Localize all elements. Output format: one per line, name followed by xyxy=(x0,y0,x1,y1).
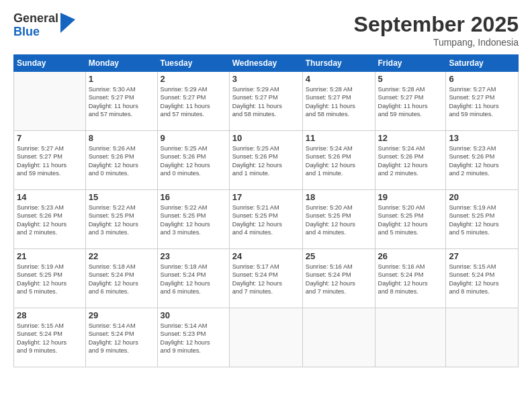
day-info: Sunrise: 5:27 AM Sunset: 5:27 PM Dayligh… xyxy=(17,144,83,178)
logo-general: General xyxy=(13,12,58,26)
day-info: Sunrise: 5:22 AM Sunset: 5:25 PM Dayligh… xyxy=(89,203,154,237)
day-info: Sunrise: 5:15 AM Sunset: 5:24 PM Dayligh… xyxy=(449,263,515,296)
day-cell-15: 15Sunrise: 5:22 AM Sunset: 5:25 PM Dayli… xyxy=(85,190,157,249)
day-number: 8 xyxy=(89,133,154,143)
day-cell-25: 25Sunrise: 5:16 AM Sunset: 5:24 PM Dayli… xyxy=(302,249,375,308)
week-row-3: 14Sunrise: 5:23 AM Sunset: 5:26 PM Dayli… xyxy=(14,190,519,249)
day-cell-18: 18Sunrise: 5:20 AM Sunset: 5:25 PM Dayli… xyxy=(302,190,375,249)
day-cell-26: 26Sunrise: 5:16 AM Sunset: 5:24 PM Dayli… xyxy=(375,249,446,308)
day-cell-19: 19Sunrise: 5:20 AM Sunset: 5:25 PM Dayli… xyxy=(375,190,446,249)
empty-cell xyxy=(229,308,302,367)
day-number: 25 xyxy=(306,251,372,261)
day-cell-9: 9Sunrise: 5:25 AM Sunset: 5:26 PM Daylig… xyxy=(157,131,229,190)
calendar-header-tuesday: Tuesday xyxy=(157,55,229,72)
day-cell-22: 22Sunrise: 5:18 AM Sunset: 5:24 PM Dayli… xyxy=(85,249,157,308)
calendar-header-friday: Friday xyxy=(375,55,446,72)
day-cell-27: 27Sunrise: 5:15 AM Sunset: 5:24 PM Dayli… xyxy=(446,249,519,308)
day-number: 2 xyxy=(161,74,226,84)
day-info: Sunrise: 5:21 AM Sunset: 5:25 PM Dayligh… xyxy=(232,203,300,237)
day-info: Sunrise: 5:22 AM Sunset: 5:25 PM Dayligh… xyxy=(161,203,226,237)
day-number: 4 xyxy=(306,74,372,84)
logo-blue: Blue xyxy=(13,26,58,39)
day-cell-7: 7Sunrise: 5:27 AM Sunset: 5:27 PM Daylig… xyxy=(14,131,86,190)
day-info: Sunrise: 5:19 AM Sunset: 5:25 PM Dayligh… xyxy=(449,203,515,237)
day-number: 10 xyxy=(232,133,300,143)
day-cell-17: 17Sunrise: 5:21 AM Sunset: 5:25 PM Dayli… xyxy=(229,190,302,249)
empty-cell xyxy=(302,308,375,367)
day-info: Sunrise: 5:24 AM Sunset: 5:26 PM Dayligh… xyxy=(306,144,372,178)
day-info: Sunrise: 5:27 AM Sunset: 5:27 PM Dayligh… xyxy=(449,85,515,119)
day-number: 20 xyxy=(449,192,515,202)
day-info: Sunrise: 5:25 AM Sunset: 5:26 PM Dayligh… xyxy=(161,144,226,178)
calendar-header-thursday: Thursday xyxy=(302,55,375,72)
day-number: 21 xyxy=(17,251,83,261)
day-info: Sunrise: 5:18 AM Sunset: 5:24 PM Dayligh… xyxy=(89,263,154,296)
day-info: Sunrise: 5:14 AM Sunset: 5:24 PM Dayligh… xyxy=(89,322,154,355)
empty-cell xyxy=(14,72,86,131)
day-cell-24: 24Sunrise: 5:17 AM Sunset: 5:24 PM Dayli… xyxy=(229,249,302,308)
day-number: 22 xyxy=(89,251,154,261)
day-info: Sunrise: 5:25 AM Sunset: 5:26 PM Dayligh… xyxy=(232,144,300,178)
day-cell-8: 8Sunrise: 5:26 AM Sunset: 5:26 PM Daylig… xyxy=(85,131,157,190)
week-row-1: 1Sunrise: 5:30 AM Sunset: 5:27 PM Daylig… xyxy=(14,72,519,131)
day-number: 29 xyxy=(89,310,154,320)
day-info: Sunrise: 5:30 AM Sunset: 5:27 PM Dayligh… xyxy=(89,85,154,119)
logo-icon xyxy=(60,13,75,33)
calendar-header-wednesday: Wednesday xyxy=(229,55,302,72)
day-cell-16: 16Sunrise: 5:22 AM Sunset: 5:25 PM Dayli… xyxy=(157,190,229,249)
day-cell-13: 13Sunrise: 5:23 AM Sunset: 5:26 PM Dayli… xyxy=(446,131,519,190)
day-info: Sunrise: 5:29 AM Sunset: 5:27 PM Dayligh… xyxy=(232,85,300,119)
day-cell-12: 12Sunrise: 5:24 AM Sunset: 5:26 PM Dayli… xyxy=(375,131,446,190)
calendar: SundayMondayTuesdayWednesdayThursdayFrid… xyxy=(13,54,519,367)
day-cell-6: 6Sunrise: 5:27 AM Sunset: 5:27 PM Daylig… xyxy=(446,72,519,131)
day-number: 13 xyxy=(449,133,515,143)
day-info: Sunrise: 5:28 AM Sunset: 5:27 PM Dayligh… xyxy=(306,85,372,119)
header: General Blue September 2025 Tumpang, Ind… xyxy=(13,12,519,48)
day-info: Sunrise: 5:20 AM Sunset: 5:25 PM Dayligh… xyxy=(306,203,372,237)
day-number: 3 xyxy=(232,74,300,84)
day-cell-21: 21Sunrise: 5:19 AM Sunset: 5:25 PM Dayli… xyxy=(14,249,86,308)
week-row-5: 28Sunrise: 5:15 AM Sunset: 5:24 PM Dayli… xyxy=(14,308,519,367)
day-number: 30 xyxy=(161,310,226,320)
day-info: Sunrise: 5:24 AM Sunset: 5:26 PM Dayligh… xyxy=(378,144,443,178)
day-info: Sunrise: 5:23 AM Sunset: 5:26 PM Dayligh… xyxy=(17,203,83,237)
day-cell-14: 14Sunrise: 5:23 AM Sunset: 5:26 PM Dayli… xyxy=(14,190,86,249)
logo: General Blue xyxy=(13,12,75,39)
day-number: 9 xyxy=(161,133,226,143)
day-cell-2: 2Sunrise: 5:29 AM Sunset: 5:27 PM Daylig… xyxy=(157,72,229,131)
day-number: 17 xyxy=(232,192,300,202)
day-number: 19 xyxy=(378,192,443,202)
calendar-header-row: SundayMondayTuesdayWednesdayThursdayFrid… xyxy=(14,55,519,72)
day-info: Sunrise: 5:17 AM Sunset: 5:24 PM Dayligh… xyxy=(232,263,300,296)
day-cell-3: 3Sunrise: 5:29 AM Sunset: 5:27 PM Daylig… xyxy=(229,72,302,131)
svg-marker-0 xyxy=(60,13,75,33)
day-info: Sunrise: 5:26 AM Sunset: 5:26 PM Dayligh… xyxy=(89,144,154,178)
day-number: 23 xyxy=(161,251,226,261)
day-number: 5 xyxy=(378,74,443,84)
day-number: 12 xyxy=(378,133,443,143)
day-cell-11: 11Sunrise: 5:24 AM Sunset: 5:26 PM Dayli… xyxy=(302,131,375,190)
empty-cell xyxy=(446,308,519,367)
day-info: Sunrise: 5:16 AM Sunset: 5:24 PM Dayligh… xyxy=(306,263,372,296)
day-number: 26 xyxy=(378,251,443,261)
day-info: Sunrise: 5:28 AM Sunset: 5:27 PM Dayligh… xyxy=(378,85,443,119)
day-cell-1: 1Sunrise: 5:30 AM Sunset: 5:27 PM Daylig… xyxy=(85,72,157,131)
day-number: 14 xyxy=(17,192,83,202)
location: Tumpang, Indonesia xyxy=(354,37,519,48)
month-title: September 2025 xyxy=(354,12,519,37)
day-info: Sunrise: 5:20 AM Sunset: 5:25 PM Dayligh… xyxy=(378,203,443,237)
day-cell-30: 30Sunrise: 5:14 AM Sunset: 5:23 PM Dayli… xyxy=(157,308,229,367)
day-info: Sunrise: 5:14 AM Sunset: 5:23 PM Dayligh… xyxy=(161,322,226,355)
day-cell-5: 5Sunrise: 5:28 AM Sunset: 5:27 PM Daylig… xyxy=(375,72,446,131)
day-number: 24 xyxy=(232,251,300,261)
day-number: 18 xyxy=(306,192,372,202)
day-number: 6 xyxy=(449,74,515,84)
day-info: Sunrise: 5:15 AM Sunset: 5:24 PM Dayligh… xyxy=(17,322,83,355)
day-cell-29: 29Sunrise: 5:14 AM Sunset: 5:24 PM Dayli… xyxy=(85,308,157,367)
day-info: Sunrise: 5:29 AM Sunset: 5:27 PM Dayligh… xyxy=(161,85,226,119)
title-section: September 2025 Tumpang, Indonesia xyxy=(354,12,519,48)
day-number: 28 xyxy=(17,310,83,320)
day-info: Sunrise: 5:19 AM Sunset: 5:25 PM Dayligh… xyxy=(17,263,83,296)
week-row-4: 21Sunrise: 5:19 AM Sunset: 5:25 PM Dayli… xyxy=(14,249,519,308)
day-number: 7 xyxy=(17,133,83,143)
